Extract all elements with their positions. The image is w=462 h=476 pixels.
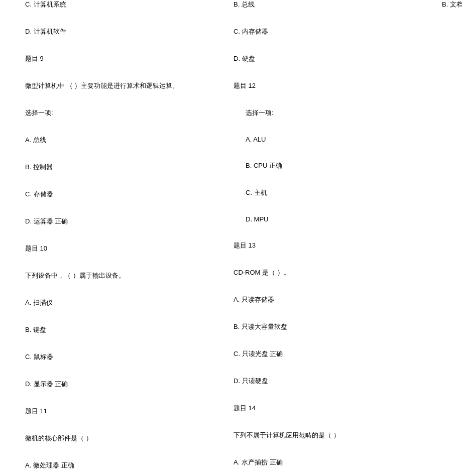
text-line: C. 只读光盘 正确 [234,349,437,359]
text-line: D. 只读硬盘 [234,377,437,386]
text-line: 题目 11 [25,407,228,416]
text-line: B. CPU 正确 [234,161,437,170]
page-body: C. 计算机系统D. 计算机软件题目 9微型计算机中 （ ）主要功能是进行算术和… [0,0,462,476]
text-line: A. 总线 [25,136,228,145]
text-line: 选择一项: [25,108,228,117]
text-line: D. 运算器 正确 [25,217,228,226]
text-line: 题目 10 [25,244,228,253]
text-line: B. 只读大容量软盘 [234,322,437,331]
text-line: 题目 14 [234,404,437,413]
text-line: B. 总线 [234,0,437,9]
text-line: CD-ROM 是（ ）。 [234,268,437,277]
text-line: B. 文档和网页制作 [442,0,462,9]
text-line: 下列不属于计算机应用范畴的是（ ） [234,431,437,440]
text-line: C. 内存储器 [234,27,437,36]
text-line: C. 存储器 [25,190,228,199]
text-line: 题目 12 [234,81,437,90]
text-line: D. MPU [234,215,437,223]
text-line: 选择一项: [234,108,437,117]
text-line: A. 只读存储器 [234,295,437,304]
text-line: B. 键盘 [25,325,228,334]
text-line: 微机的核心部件是（ ） [25,434,228,443]
text-line: 题目 9 [25,54,228,63]
text-line: B. 控制器 [25,163,228,172]
text-line: 微型计算机中 （ ）主要功能是进行算术和逻辑运算。 [25,81,228,90]
text-line: D. 显示器 正确 [25,380,228,389]
text-line: A. 扫描仪 [25,298,228,307]
text-line: A. 微处理器 正确 [25,461,228,470]
text-line: 题目 13 [234,241,437,250]
text-line: D. 硬盘 [234,54,437,63]
text-line: A. ALU [234,136,437,143]
text-line: 下列设备中，（ ）属于输出设备。 [25,271,228,280]
text-line: D. 计算机软件 [25,27,228,36]
text-line: C. 主机 [234,188,437,197]
text-line: A. 水产捕捞 正确 [234,458,437,467]
text-line: C. 鼠标器 [25,352,228,362]
text-line: C. 计算机系统 [25,0,228,9]
